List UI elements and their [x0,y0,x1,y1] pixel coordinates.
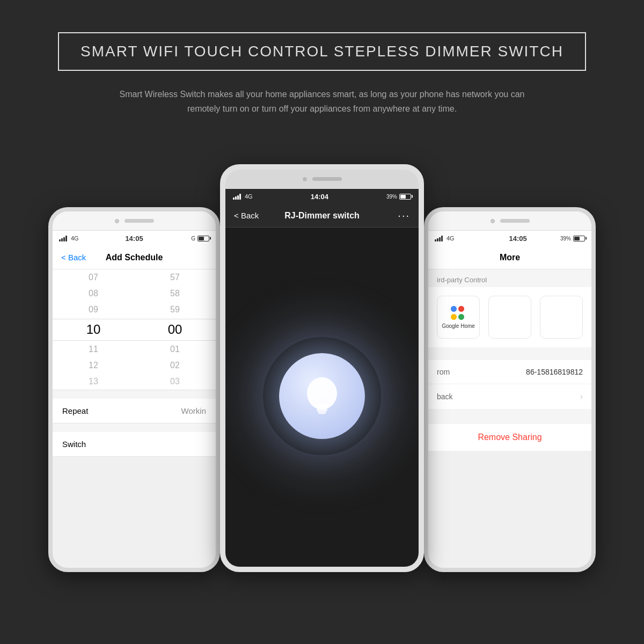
header-section: SMART WIFI TOUCH CONTROL STEPLESS DIMMER… [0,0,644,132]
title-box: SMART WIFI TOUCH CONTROL STEPLESS DIMMER… [58,32,586,71]
divider-2 [428,411,591,418]
dimmer-screen: Dark Bright ∨ [225,228,419,572]
bulb-svg [301,372,343,420]
minutes-column[interactable]: 57 58 59 00 01 02 03 [134,269,216,390]
remove-sharing-section[interactable]: Remove Sharing [428,424,591,451]
status-bar-center: 4G 14:04 39% [225,189,419,204]
dot-green [458,314,464,320]
network-type-center: 4G [245,193,253,200]
bulb-container[interactable] [225,228,419,565]
battery-left [197,236,209,241]
battery-fill-left [199,237,204,240]
dot-blue [451,306,457,312]
phones-container: 4G 14:05 G < Back Add Schedule 07 08 09 [27,153,617,572]
back-button-left[interactable]: < Back [61,253,86,262]
min-01: 01 [134,341,216,357]
google-dots [451,306,466,321]
camera-center [303,177,307,181]
speaker-center [312,177,342,181]
more-screen: ird-party Control Google Home [428,269,591,451]
nav-bar-left: < Back Add Schedule [53,246,216,269]
time-right: 14:05 [509,235,527,243]
signal-bars-left [59,235,67,241]
min-59: 59 [134,302,216,318]
bulb-circle [279,353,365,439]
icon-status-left: G [191,236,195,241]
third-party-header: ird-party Control [428,269,591,287]
battery-pct-right: 39% [560,236,571,241]
back-button-center[interactable]: < Back [234,211,259,220]
status-bar-left: 4G 14:05 G [53,231,216,246]
time-picker-container[interactable]: 07 08 09 10 11 12 13 57 58 59 00 01 02 0… [53,269,216,390]
svg-rect-1 [317,408,327,411]
from-row: rom 86-15816819812 [428,360,591,384]
more-button-center[interactable]: ··· [398,209,410,222]
picker-line-bottom [53,340,216,341]
signal-bars-right [435,235,443,241]
remove-sharing-label: Remove Sharing [478,433,541,442]
repeat-label: Repeat [62,406,88,415]
repeat-value: Workin [181,406,206,415]
google-home-card[interactable]: Google Home [437,296,480,339]
hours-column[interactable]: 07 08 09 10 11 12 13 [53,269,134,390]
speaker-right [500,219,530,223]
hour-10-selected: 10 [53,318,134,341]
back-row[interactable]: back › [428,384,591,409]
min-02: 02 [134,357,216,374]
min-03: 03 [134,374,216,390]
bar3c [237,195,239,200]
empty-card-1 [488,296,531,339]
switch-row[interactable]: Switch [53,432,216,457]
bar1 [59,239,61,241]
hour-11: 11 [53,341,134,357]
section-bg-2 [53,423,216,432]
hour-08: 08 [53,286,134,302]
camera-right [491,219,495,223]
hour-13: 13 [53,374,134,390]
phone-top-left [53,211,216,231]
picker-line-top [53,319,216,319]
signal-bars-center [233,193,241,200]
network-type-left: 4G [71,235,79,241]
status-bar-right: 4G 14:05 39% [428,231,591,246]
min-58: 58 [134,286,216,302]
nav-bar-right: More [428,246,591,269]
repeat-row[interactable]: Repeat Workin [53,399,216,423]
battery-right [573,236,585,241]
bar4r [441,236,443,241]
camera-left [115,219,119,223]
from-value: 86-15816819812 [526,368,583,376]
hour-09: 09 [53,302,134,318]
switch-label: Switch [62,440,86,449]
section-bg-1 [53,390,216,399]
bar3r [439,237,441,241]
network-type-right: 4G [447,235,455,241]
status-right-right: 39% [560,236,585,241]
schedule-picker: 07 08 09 10 11 12 13 57 58 59 00 01 02 0… [53,269,216,457]
empty-card-2 [540,296,583,339]
brightness-control[interactable]: Dark Bright [225,565,419,572]
speaker-left [125,219,154,223]
phone-center: 4G 14:04 39% < Back RJ-Dimmer switch ··· [220,164,424,572]
status-right-left: G [191,236,209,241]
phone-top-right [428,211,591,231]
bar4 [65,236,67,241]
hour-12: 12 [53,357,134,374]
divider-1 [428,354,591,360]
back-label: back [437,392,453,401]
bar2r [437,238,438,241]
google-home-label: Google Home [442,323,475,329]
status-left-left: 4G [59,235,79,241]
hour-07: 07 [53,269,134,286]
nav-title-left: Add Schedule [106,253,163,262]
nav-title-center: RJ-Dimmer switch [284,211,360,221]
battery-fill-right [574,237,580,240]
status-left-center: 4G [233,193,253,200]
bar3 [63,237,65,241]
page-title: SMART WIFI TOUCH CONTROL STEPLESS DIMMER… [80,43,564,60]
arrow-right-icon: › [580,392,583,401]
info-section: rom 86-15816819812 back › [428,360,591,409]
min-57: 57 [134,269,216,286]
bar2c [235,196,237,200]
subtitle-text: Smart Wireless Switch makes all your hom… [113,87,531,116]
